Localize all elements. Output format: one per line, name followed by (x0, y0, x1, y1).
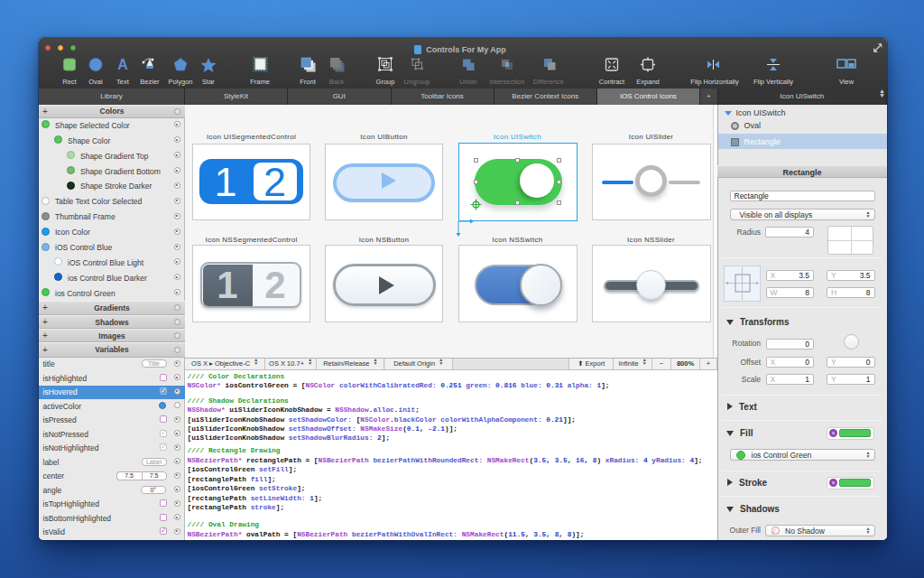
svg-text:A: A (117, 57, 128, 72)
